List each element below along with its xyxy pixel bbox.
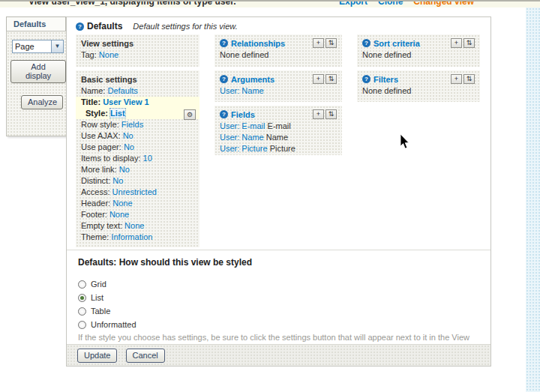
add-display-button[interactable]: Add display — [10, 60, 66, 83]
radio-option-table[interactable]: Table — [78, 307, 110, 316]
theme-value-link[interactable]: Information — [111, 232, 152, 241]
rearrange-icon[interactable]: ⇅ — [326, 38, 337, 48]
help-icon[interactable]: ? — [220, 110, 228, 118]
setting-row-name: Name: Defaults — [81, 85, 194, 97]
basic-settings-header: Basic settings — [81, 73, 194, 85]
field-item: User: Picture Picture — [220, 143, 337, 154]
use-pager-value-link[interactable]: No — [124, 142, 134, 151]
radio-icon[interactable] — [78, 280, 86, 289]
tab-defaults[interactable]: Defaults — [6, 16, 66, 31]
tag-value-link[interactable]: None — [99, 50, 118, 59]
help-icon[interactable]: ? — [362, 39, 370, 47]
style-value-link[interactable]: List — [110, 109, 125, 118]
basic-settings-box: Basic settings Name: Defaults Title: Use… — [76, 70, 200, 247]
style-form-heading: Defaults: How should this view be styled — [78, 257, 252, 268]
help-icon[interactable]: ? — [362, 75, 370, 83]
setting-row-more-link: More link: No — [81, 164, 194, 175]
footer-value-link[interactable]: None — [110, 210, 129, 219]
filters-header: ? Filters + ⇅ — [362, 73, 475, 85]
style-settings-gear-icon[interactable]: ⚙ — [184, 109, 196, 120]
panel-subtitle: Default settings for this view. — [133, 22, 237, 31]
relationships-empty-text: None defined — [220, 49, 337, 61]
right-page-margin-strip — [526, 7, 540, 392]
help-icon[interactable]: ? — [220, 39, 228, 47]
setting-row-title: Title: User View 1 — [81, 97, 194, 108]
highlighted-settings-group: Title: User View 1 Style: List ⚙ — [76, 97, 200, 119]
relationships-header: ? Relationships + ⇅ — [220, 37, 337, 49]
chevron-down-icon[interactable]: ▼ — [51, 40, 63, 52]
view-edit-panel: ? Defaults Default settings for this vie… — [66, 16, 491, 367]
header-value-link[interactable]: None — [112, 199, 132, 208]
sort-criteria-box: ? Sort criteria + ⇅ None defined — [357, 34, 480, 67]
select-value: Page — [13, 42, 51, 51]
add-display-type-select[interactable]: Page ▼ — [12, 40, 64, 53]
add-icon[interactable]: + — [451, 38, 462, 48]
field-user-email-link[interactable]: User: E-mail — [220, 121, 266, 130]
sort-criteria-header: ? Sort criteria + ⇅ — [362, 37, 475, 49]
setting-row-row-style: Row style: Fields — [81, 119, 194, 130]
fields-title-link[interactable]: Fields — [231, 110, 255, 119]
arguments-header: ? Arguments + ⇅ — [220, 73, 337, 85]
arguments-title-link[interactable]: Arguments — [231, 75, 274, 84]
export-link[interactable]: Export — [339, 0, 368, 7]
field-item: User: Name Name — [220, 132, 337, 143]
section-divider — [67, 250, 490, 250]
radio-icon[interactable] — [78, 294, 86, 302]
name-value-link[interactable]: Defaults — [107, 86, 137, 95]
setting-row-header: Header: None — [81, 198, 194, 209]
distinct-value-link[interactable]: No — [112, 176, 123, 185]
fields-box: ? Fields + ⇅ User: E-mail E-mail User: N… — [214, 106, 342, 155]
field-user-name-link[interactable]: User: Name — [220, 133, 264, 142]
argument-item: User: Name — [220, 85, 337, 97]
panel-title: Defaults — [87, 21, 122, 31]
access-value-link[interactable]: Unrestricted — [112, 187, 157, 196]
setting-row-style: Style: List — [81, 108, 194, 119]
add-icon[interactable]: + — [313, 74, 324, 84]
rearrange-icon[interactable]: ⇅ — [464, 74, 475, 84]
setting-row-use-pager: Use pager: No — [81, 142, 194, 153]
items-to-display-value-link[interactable]: 10 — [143, 154, 152, 163]
relationships-title-link[interactable]: Relationships — [231, 39, 285, 48]
help-icon[interactable]: ? — [220, 75, 228, 83]
add-icon[interactable]: + — [451, 74, 462, 84]
basic-settings-title: Basic settings — [81, 75, 137, 84]
radio-icon[interactable] — [78, 307, 86, 316]
page-top-bar: View user_view_1, displaying items of ty… — [0, 0, 540, 7]
view-settings-header: View settings — [81, 37, 194, 49]
title-value-link[interactable]: User View 1 — [103, 97, 149, 106]
sort-criteria-empty-text: None defined — [362, 49, 475, 61]
more-link-value-link[interactable]: No — [119, 165, 130, 174]
setting-row-access: Access: Unrestricted — [81, 187, 194, 198]
add-icon[interactable]: + — [313, 109, 324, 119]
radio-icon[interactable] — [78, 321, 86, 329]
help-icon[interactable]: ? — [76, 22, 84, 31]
filters-title-link[interactable]: Filters — [374, 75, 398, 84]
radio-option-grid[interactable]: Grid — [78, 280, 106, 289]
clone-link[interactable]: Clone — [378, 0, 403, 7]
setting-row-distinct: Distinct: No — [81, 175, 194, 187]
add-icon[interactable]: + — [313, 38, 324, 48]
radio-option-unformatted[interactable]: Unformatted — [78, 320, 136, 329]
cancel-button[interactable]: Cancel — [126, 349, 165, 363]
form-footer: Update Cancel — [67, 344, 490, 366]
setting-row-empty-text: Empty text: None — [81, 220, 194, 232]
panel-header: ? Defaults Default settings for this vie… — [76, 21, 238, 31]
setting-row-footer: Footer: None — [81, 209, 194, 220]
rearrange-icon[interactable]: ⇅ — [326, 109, 337, 119]
field-user-picture-link[interactable]: User: Picture — [220, 144, 268, 153]
rearrange-icon[interactable]: ⇅ — [326, 74, 337, 84]
sort-criteria-title-link[interactable]: Sort criteria — [374, 39, 420, 48]
update-button[interactable]: Update — [77, 349, 117, 363]
radio-option-list[interactable]: List — [78, 293, 104, 302]
analyze-button[interactable]: Analyze — [21, 95, 63, 109]
rearrange-icon[interactable]: ⇅ — [464, 38, 475, 48]
row-style-value-link[interactable]: Fields — [122, 120, 143, 129]
argument-user-name-link[interactable]: User: Name — [220, 86, 264, 95]
setting-row-items-to-display: Items to display: 10 — [81, 153, 194, 164]
field-item: User: E-mail E-mail — [220, 121, 337, 132]
empty-text-value-link[interactable]: None — [124, 221, 144, 230]
view-settings-title: View settings — [81, 39, 134, 48]
changed-view-notice: Changed view — [413, 0, 474, 7]
use-ajax-value-link[interactable]: No — [123, 131, 134, 140]
view-action-links: ExportCloneChanged view — [339, 0, 474, 7]
